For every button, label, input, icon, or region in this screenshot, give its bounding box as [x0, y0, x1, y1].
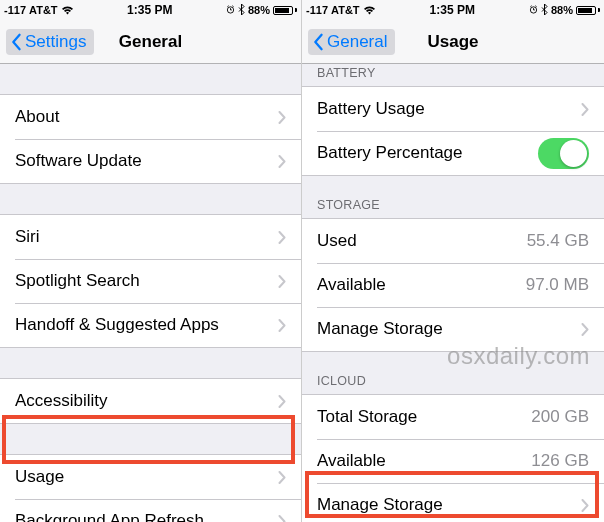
- cell-value: 200 GB: [531, 407, 589, 427]
- battery-header: BATTERY: [302, 60, 604, 86]
- alarm-icon: [529, 4, 538, 16]
- icloud-available-row: Available 126 GB: [302, 439, 604, 483]
- left-pane: -117 AT&T 1:35 PM 88% Settings: [0, 0, 302, 522]
- nav-bar: Settings General: [0, 20, 301, 64]
- bluetooth-icon: [541, 4, 548, 17]
- cell-label: Siri: [15, 227, 278, 247]
- battery-icon: [273, 6, 297, 15]
- manage-storage-row[interactable]: Manage Storage: [302, 307, 604, 351]
- chevron-right-icon: [278, 319, 286, 332]
- nav-bar: General Usage: [302, 20, 604, 64]
- cell-label: Total Storage: [317, 407, 531, 427]
- battery-percent: 88%: [551, 4, 573, 16]
- status-time: 1:35 PM: [430, 3, 475, 17]
- cell-label: Usage: [15, 467, 278, 487]
- cell-label: Available: [317, 451, 531, 471]
- cell-label: Accessibility: [15, 391, 278, 411]
- wifi-icon: [363, 5, 376, 15]
- chevron-right-icon: [581, 103, 589, 116]
- carrier-label: AT&T: [331, 4, 360, 16]
- handoff-row[interactable]: Handoff & Suggested Apps: [0, 303, 301, 347]
- battery-icon: [576, 6, 600, 15]
- cell-label: Battery Percentage: [317, 143, 538, 163]
- chevron-right-icon: [278, 155, 286, 168]
- chevron-right-icon: [278, 471, 286, 484]
- cell-label: Manage Storage: [317, 495, 581, 515]
- cell-label: Software Update: [15, 151, 278, 171]
- storage-header: STORAGE: [302, 198, 604, 218]
- bluetooth-icon: [238, 4, 245, 17]
- chevron-right-icon: [581, 323, 589, 336]
- signal-strength: -117: [4, 4, 26, 16]
- cell-label: Manage Storage: [317, 319, 581, 339]
- right-pane: -117 AT&T 1:35 PM 88% General: [302, 0, 604, 522]
- icloud-total-row: Total Storage 200 GB: [302, 395, 604, 439]
- storage-available-row: Available 97.0 MB: [302, 263, 604, 307]
- chevron-left-icon: [10, 33, 22, 51]
- accessibility-row[interactable]: Accessibility: [0, 379, 301, 423]
- icloud-manage-storage-row[interactable]: Manage Storage: [302, 483, 604, 522]
- back-label: Settings: [25, 32, 86, 52]
- usage-row[interactable]: Usage: [0, 455, 301, 499]
- battery-percentage-row[interactable]: Battery Percentage: [302, 131, 604, 175]
- status-bar: -117 AT&T 1:35 PM 88%: [302, 0, 604, 20]
- chevron-right-icon: [581, 499, 589, 512]
- cell-value: 55.4 GB: [527, 231, 589, 251]
- software-update-row[interactable]: Software Update: [0, 139, 301, 183]
- cell-label: Handoff & Suggested Apps: [15, 315, 278, 335]
- chevron-right-icon: [278, 515, 286, 523]
- cell-label: About: [15, 107, 278, 127]
- cell-label: Battery Usage: [317, 99, 581, 119]
- spotlight-row[interactable]: Spotlight Search: [0, 259, 301, 303]
- chevron-right-icon: [278, 275, 286, 288]
- battery-percentage-switch[interactable]: [538, 138, 589, 169]
- back-button[interactable]: Settings: [6, 29, 94, 55]
- signal-strength: -117: [306, 4, 328, 16]
- chevron-right-icon: [278, 231, 286, 244]
- cell-label: Used: [317, 231, 527, 251]
- back-button[interactable]: General: [308, 29, 395, 55]
- wifi-icon: [61, 5, 74, 15]
- chevron-left-icon: [312, 33, 324, 51]
- cell-value: 126 GB: [531, 451, 589, 471]
- carrier-label: AT&T: [29, 4, 58, 16]
- cell-label: Available: [317, 275, 526, 295]
- about-row[interactable]: About: [0, 95, 301, 139]
- back-label: General: [327, 32, 387, 52]
- icloud-header: ICLOUD: [302, 374, 604, 394]
- siri-row[interactable]: Siri: [0, 215, 301, 259]
- cell-value: 97.0 MB: [526, 275, 589, 295]
- alarm-icon: [226, 4, 235, 16]
- background-refresh-row[interactable]: Background App Refresh: [0, 499, 301, 522]
- status-bar: -117 AT&T 1:35 PM 88%: [0, 0, 301, 20]
- storage-used-row: Used 55.4 GB: [302, 219, 604, 263]
- chevron-right-icon: [278, 111, 286, 124]
- battery-percent: 88%: [248, 4, 270, 16]
- cell-label: Spotlight Search: [15, 271, 278, 291]
- cell-label: Background App Refresh: [15, 511, 278, 522]
- status-time: 1:35 PM: [127, 3, 172, 17]
- chevron-right-icon: [278, 395, 286, 408]
- battery-usage-row[interactable]: Battery Usage: [302, 87, 604, 131]
